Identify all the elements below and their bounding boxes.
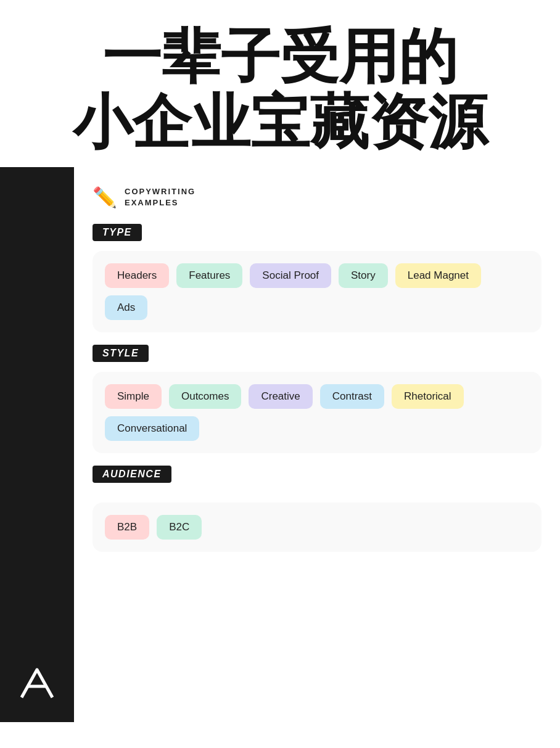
style-tags-card: Simple Outcomes Creative Contrast Rhetor… bbox=[93, 372, 541, 453]
tag-ads[interactable]: Ads bbox=[105, 295, 147, 320]
tag-contrast[interactable]: Contrast bbox=[320, 384, 384, 409]
audience-section-label: AUDIENCE bbox=[93, 466, 171, 483]
type-tags-grid: Headers Features Social Proof Story Lead… bbox=[105, 263, 529, 320]
audience-label-row: AUDIENCE bbox=[93, 466, 541, 493]
audience-tags-card: B2B B2C bbox=[93, 503, 541, 552]
tag-features[interactable]: Features bbox=[176, 263, 242, 288]
style-label-row: STYLE bbox=[93, 345, 541, 372]
tag-lead-magnet[interactable]: Lead Magnet bbox=[395, 263, 481, 288]
main-content: ✏️ COPYWRITING EXAMPLES TYPE Headers Fea… bbox=[0, 167, 560, 722]
page-wrapper: 一辈子受用的 小企业宝藏资源 ✏️ COPYWRITING EXAMPLES bbox=[0, 0, 560, 748]
tag-outcomes[interactable]: Outcomes bbox=[169, 384, 241, 409]
type-label-row: TYPE bbox=[93, 224, 541, 251]
tag-b2b[interactable]: B2B bbox=[105, 515, 149, 540]
tag-conversational[interactable]: Conversational bbox=[105, 416, 199, 441]
logo-icon bbox=[15, 660, 59, 704]
tag-social-proof[interactable]: Social Proof bbox=[250, 263, 331, 288]
audience-tags-grid: B2B B2C bbox=[105, 515, 529, 540]
type-tags-card: Headers Features Social Proof Story Lead… bbox=[93, 251, 541, 332]
style-tags-grid: Simple Outcomes Creative Contrast Rhetor… bbox=[105, 384, 529, 441]
type-section-label: TYPE bbox=[93, 224, 142, 241]
left-sidebar bbox=[0, 167, 74, 722]
content-area: ✏️ COPYWRITING EXAMPLES TYPE Headers Fea… bbox=[74, 167, 560, 722]
pencil-icon: ✏️ bbox=[93, 186, 117, 209]
title-section: 一辈子受用的 小企业宝藏资源 bbox=[0, 0, 560, 167]
tag-story[interactable]: Story bbox=[339, 263, 388, 288]
title-line2: 小企业宝藏资源 bbox=[37, 90, 523, 155]
tag-headers[interactable]: Headers bbox=[105, 263, 169, 288]
tag-b2c[interactable]: B2C bbox=[157, 515, 202, 540]
tag-creative[interactable]: Creative bbox=[249, 384, 312, 409]
card-title-text: COPYWRITING EXAMPLES bbox=[125, 186, 196, 208]
tag-rhetorical[interactable]: Rhetorical bbox=[392, 384, 464, 409]
tag-simple[interactable]: Simple bbox=[105, 384, 162, 409]
title-line1: 一辈子受用的 bbox=[37, 25, 523, 90]
card-header: ✏️ COPYWRITING EXAMPLES bbox=[93, 186, 541, 209]
style-section-label: STYLE bbox=[93, 345, 149, 362]
